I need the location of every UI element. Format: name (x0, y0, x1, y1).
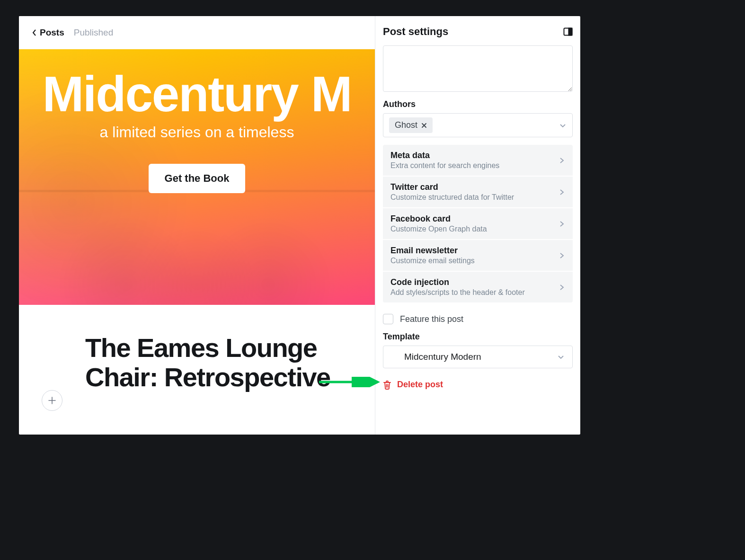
chevron-down-icon (557, 353, 565, 361)
editor-topbar: Posts Published (19, 16, 375, 49)
post-body: The Eames Lounge Chair: Retrospective (19, 305, 375, 435)
meta-item-title: Meta data (390, 151, 499, 160)
author-chip: Ghost (389, 117, 433, 133)
template-label: Template (383, 332, 573, 342)
chevron-right-icon (559, 221, 565, 227)
get-the-book-button[interactable]: Get the Book (149, 164, 246, 193)
authors-section: Authors Ghost (383, 99, 573, 137)
chevron-right-icon (559, 284, 565, 291)
hero-banner: Midcentury M a limited series on a timel… (19, 49, 375, 305)
feature-post-label: Feature this post (400, 314, 463, 324)
author-chip-label: Ghost (395, 120, 417, 130)
template-select[interactable]: Midcentury Modern (383, 346, 573, 368)
email-newsletter-item[interactable]: Email newsletter Customize email setting… (383, 240, 573, 271)
delete-post-label: Delete post (397, 380, 443, 390)
chevron-right-icon (559, 189, 565, 196)
meta-data-item[interactable]: Meta data Extra content for search engin… (383, 145, 573, 176)
meta-list: Meta data Extra content for search engin… (383, 145, 573, 302)
authors-label: Authors (383, 99, 573, 109)
trash-icon (383, 380, 391, 390)
meta-item-desc: Add styles/scripts to the header & foote… (390, 288, 525, 297)
meta-item-title: Code injection (390, 277, 525, 287)
meta-item-title: Twitter card (390, 182, 514, 192)
sidebar-toggle-icon[interactable] (563, 27, 573, 36)
hero-subtitle: a limited series on a timeless (100, 124, 294, 141)
feature-post-checkbox[interactable] (383, 314, 393, 324)
feature-post-row: Feature this post (383, 314, 573, 324)
chevron-left-icon (32, 29, 37, 36)
hero-title: Midcentury M (43, 69, 352, 119)
remove-author-icon[interactable] (421, 123, 427, 128)
meta-item-desc: Customize email settings (390, 257, 475, 265)
meta-item-desc: Customize Open Graph data (390, 225, 487, 233)
post-status: Published (74, 27, 113, 38)
back-to-posts-link[interactable]: Posts (32, 27, 64, 38)
meta-item-title: Email newsletter (390, 246, 475, 256)
add-block-button[interactable] (42, 390, 62, 411)
delete-post-button[interactable]: Delete post (383, 380, 573, 390)
chevron-right-icon (559, 252, 565, 259)
meta-item-title: Facebook card (390, 214, 487, 224)
twitter-card-item[interactable]: Twitter card Customize structured data f… (383, 177, 573, 207)
template-section: Template Midcentury Modern (383, 332, 573, 368)
meta-item-desc: Extra content for search engines (390, 161, 499, 170)
back-label: Posts (40, 27, 64, 38)
sidebar-title: Post settings (383, 26, 448, 38)
app-window: Posts Published Midcentury M a limited s… (19, 16, 580, 435)
excerpt-textarea[interactable] (383, 45, 573, 92)
editor-pane: Posts Published Midcentury M a limited s… (19, 16, 375, 435)
sidebar-header: Post settings (383, 26, 573, 38)
facebook-card-item[interactable]: Facebook card Customize Open Graph data (383, 208, 573, 239)
chevron-right-icon (559, 157, 565, 164)
meta-item-desc: Customize structured data for Twitter (390, 193, 514, 202)
chevron-down-icon (559, 122, 567, 129)
post-title[interactable]: The Eames Lounge Chair: Retrospective (85, 333, 375, 391)
settings-sidebar: Post settings Authors Ghost Meta data (375, 16, 580, 435)
plus-icon (48, 396, 56, 405)
authors-select[interactable]: Ghost (383, 113, 573, 137)
code-injection-item[interactable]: Code injection Add styles/scripts to the… (383, 272, 573, 302)
template-value: Midcentury Modern (404, 352, 481, 362)
svg-rect-1 (569, 28, 572, 36)
